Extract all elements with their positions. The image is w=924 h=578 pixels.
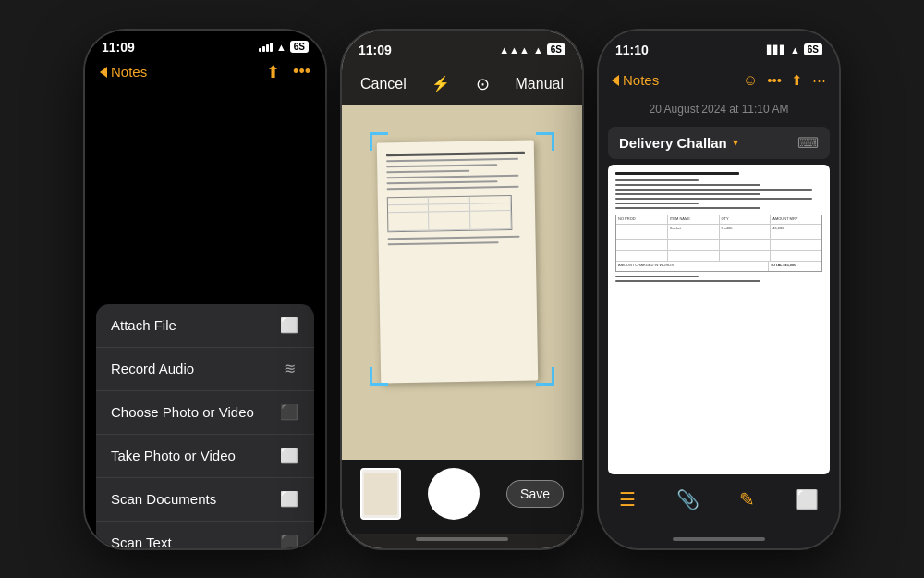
- dtp-h3: QTY: [720, 215, 772, 224]
- choose-photo-item[interactable]: Choose Photo or Video ⬛: [96, 391, 314, 435]
- paperclip-icon-right[interactable]: 📎: [676, 488, 699, 510]
- dtp-row-1: Sachet 9 x465 45,000: [616, 225, 821, 240]
- dc-3: [615, 189, 812, 191]
- manual-label[interactable]: Manual: [516, 76, 564, 92]
- camera-icon: ⬜: [279, 446, 299, 466]
- doc-title: Delivery Challan: [619, 135, 727, 151]
- dtp-r3c3: [720, 251, 772, 261]
- dc-4: [615, 193, 760, 195]
- dtp-row-2: [616, 240, 821, 251]
- dtp-h2: ITEM NAME: [668, 215, 720, 224]
- keyboard-icon[interactable]: ⌨: [797, 134, 819, 152]
- cancel-button[interactable]: Cancel: [360, 76, 407, 92]
- cell-7: [388, 212, 430, 230]
- scan-corner-tl: [370, 132, 388, 151]
- left-content: Attach File ⬜ Record Audio ≋ Choose Phot…: [85, 90, 325, 548]
- home-indicator-right: [599, 534, 839, 548]
- take-photo-label: Take Photo or Video: [111, 448, 236, 463]
- battery-middle: 6S: [547, 43, 565, 55]
- chevron-down-icon[interactable]: ▾: [733, 136, 738, 149]
- dtp-r3c2: [668, 251, 720, 261]
- time-left: 11:09: [102, 40, 135, 55]
- share-icon[interactable]: ⬆: [266, 62, 280, 82]
- markup-icon-right[interactable]: ✎: [739, 488, 755, 510]
- phones-container: 11:09 ▲ 6S Notes: [85, 31, 839, 548]
- dtp-r1c1: [616, 225, 668, 239]
- battery-right: 6S: [804, 43, 822, 55]
- nav-icons-left: ⬆ •••: [266, 62, 310, 82]
- dc-7: [615, 207, 760, 209]
- wifi-icon: ▲: [276, 42, 286, 53]
- phone-middle: 11:09 ▲▲▲ ▲ 6S Cancel ⚡ ⊙ Manual: [342, 31, 582, 548]
- back-label-right: Notes: [623, 72, 659, 88]
- right-doc-table: NO PROD ITEM NAME QTY AMOUNT MRP Sachet …: [615, 215, 822, 272]
- dtp-r2c2: [668, 240, 720, 250]
- cell-4: [388, 204, 429, 212]
- more-right-icon[interactable]: •••: [767, 72, 782, 89]
- back-button-right[interactable]: Notes: [612, 72, 659, 88]
- left-nav: Notes ⬆ •••: [85, 58, 325, 90]
- dtp-header-row: NO PROD ITEM NAME QTY AMOUNT MRP: [616, 215, 821, 225]
- time-right: 11:10: [615, 43, 649, 57]
- camera-viewfinder: [342, 105, 582, 460]
- shutter-button[interactable]: [428, 468, 480, 520]
- save-button-middle[interactable]: Save: [506, 480, 564, 508]
- rotate-camera-icon[interactable]: ⊙: [476, 74, 490, 94]
- cell-2: [429, 196, 469, 203]
- camera-top-bar: Cancel ⚡ ⊙ Manual: [342, 64, 582, 105]
- dc-header: [615, 172, 739, 175]
- doc-text-area: NO PROD ITEM NAME QTY AMOUNT MRP Sachet …: [615, 172, 822, 282]
- doc-line-2: [386, 164, 497, 167]
- doc-line-3: [386, 169, 469, 173]
- wifi-right: ▲: [790, 44, 800, 55]
- right-nav-icons: ☺ ••• ⬆ ⋯: [743, 72, 826, 89]
- scan-text-item[interactable]: Scan Text ⬛: [96, 522, 314, 548]
- ellipsis-right-icon[interactable]: ⋯: [812, 72, 826, 89]
- scan-documents-label: Scan Documents: [111, 491, 216, 507]
- dtp-r3c1: [616, 251, 668, 261]
- status-bar-right: 11:10 ▋▋▋ ▲ 6S: [599, 31, 839, 64]
- checklist-icon-right[interactable]: ☰: [619, 488, 636, 510]
- cell-5: [429, 203, 469, 211]
- scan-doc-icon: ⬜: [279, 489, 299, 510]
- chevron-left-right-icon: [612, 75, 619, 86]
- dtp-total-row: AMOUNT CHARGED IN WORDS TOTAL: 45,000: [616, 262, 821, 271]
- document-content: [377, 140, 536, 260]
- doc-title-bar: Delivery Challan ▾ ⌨: [608, 127, 830, 159]
- dtp-r1c3: 9 x465: [720, 225, 772, 239]
- share-right-icon[interactable]: ⬆: [791, 72, 803, 89]
- take-photo-item[interactable]: Take Photo or Video ⬜: [96, 435, 314, 478]
- dtp-r2c4: [771, 240, 821, 250]
- doc-line-8: [388, 241, 499, 245]
- doc-table-row-3: [388, 210, 511, 230]
- scan-documents-item[interactable]: Scan Documents ⬜: [96, 478, 314, 522]
- attach-file-item[interactable]: Attach File ⬜: [96, 304, 314, 348]
- status-icons-middle: ▲▲▲ ▲ 6S: [499, 43, 565, 55]
- attachment-menu: Attach File ⬜ Record Audio ≋ Choose Phot…: [96, 304, 314, 548]
- flash-icon[interactable]: ⚡: [432, 75, 450, 92]
- status-bar-left: 11:09 ▲ 6S: [85, 31, 325, 58]
- more-icon[interactable]: •••: [293, 62, 310, 82]
- record-audio-item[interactable]: Record Audio ≋: [96, 348, 314, 391]
- dtp-total-value: TOTAL: 45,000: [769, 262, 821, 271]
- attach-file-label: Attach File: [111, 317, 176, 333]
- new-note-icon-right[interactable]: ⬜: [796, 488, 819, 510]
- bottom-toolbar-right: ☰ 📎 ✎ ⬜: [599, 474, 839, 534]
- back-button[interactable]: Notes: [100, 64, 147, 80]
- doc-line-6: [387, 185, 519, 189]
- doc-line-7: [388, 235, 520, 239]
- dtp-r3c4: [771, 251, 821, 261]
- record-audio-label: Record Audio: [111, 361, 194, 376]
- dc-1: [615, 179, 699, 181]
- home-indicator-middle: [342, 534, 582, 548]
- scanned-document: [377, 140, 539, 383]
- chevron-left-icon: [100, 67, 107, 78]
- emoji-icon[interactable]: ☺: [743, 72, 758, 89]
- scan-thumbnail[interactable]: [360, 468, 401, 520]
- doc-title-area: Delivery Challan ▾: [619, 135, 738, 151]
- attach-file-icon: ⬜: [279, 315, 299, 336]
- camera-bottom-bar: Save: [342, 460, 582, 534]
- choose-photo-label: Choose Photo or Video: [111, 404, 254, 420]
- photo-icon: ⬛: [279, 402, 299, 423]
- cell-8: [429, 211, 470, 229]
